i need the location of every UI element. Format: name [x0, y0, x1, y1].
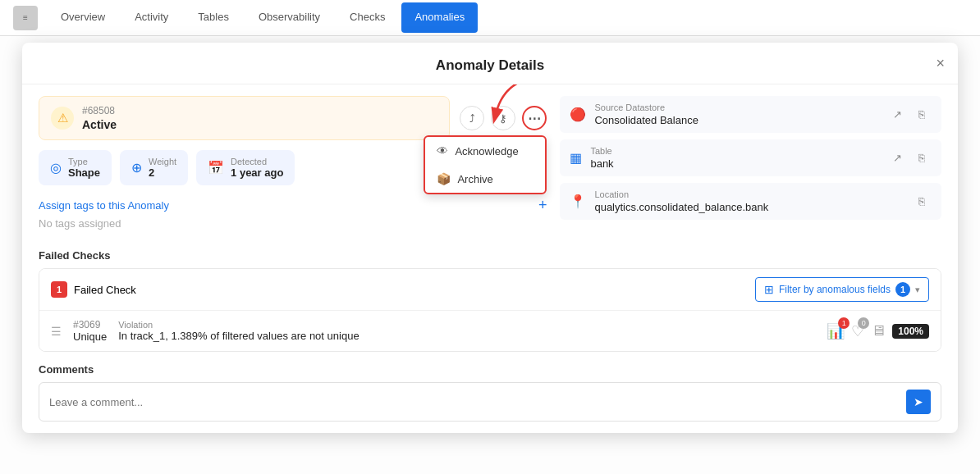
datastore-copy-btn[interactable]: ⎘	[912, 105, 932, 125]
modal-close-button[interactable]: ×	[936, 55, 945, 72]
comments-section: Comments ➤	[39, 363, 941, 422]
share-icon: ⤴	[469, 112, 475, 125]
failed-checks-header: 1 Failed Check ⊞ Filter by anomalous fie…	[39, 269, 941, 311]
archive-menu-item[interactable]: 📦 Archive	[425, 165, 545, 193]
score-badge: 100%	[892, 324, 929, 339]
top-nav: ≡ Overview Activity Tables Observability…	[0, 0, 980, 36]
archive-label: Archive	[457, 173, 492, 185]
violation-text: In track_1, 1.389% of filtered values ar…	[118, 330, 815, 342]
modal-title: Anomaly Details	[436, 57, 544, 73]
eye-icon: 👁	[437, 144, 448, 157]
table-value: bank	[590, 157, 879, 170]
warning-icon: ⚠	[51, 107, 74, 130]
more-options-button[interactable]: ⋯	[522, 106, 547, 130]
type-icon: ◎	[50, 160, 62, 175]
nav-anomalies[interactable]: Anomalies	[401, 2, 478, 33]
share-button[interactable]: ⤴	[460, 106, 484, 130]
more-icon: ⋯	[528, 111, 541, 126]
table-copy-btn[interactable]: ⎘	[912, 148, 932, 168]
location-actions: ⎘	[912, 192, 932, 212]
table-icon: ▦	[570, 150, 582, 166]
table-actions: ↗ ⎘	[887, 148, 932, 168]
send-icon: ➤	[914, 395, 923, 408]
failed-check-label: Failed Check	[74, 284, 136, 296]
comment-send-button[interactable]: ➤	[906, 390, 931, 414]
tags-empty-label: No tags assigned	[39, 217, 547, 230]
datastore-value: Consolidated Balance	[594, 114, 879, 126]
action-buttons: ⤴ ⚷ ⋯ 👁	[460, 106, 547, 130]
check-id: #3069	[73, 319, 107, 330]
failed-checks-table: 1 Failed Check ⊞ Filter by anomalous fie…	[39, 268, 941, 352]
datastore-icon: 🔴	[570, 107, 586, 122]
location-icon: 📍	[570, 194, 586, 209]
type-value: Shape	[68, 166, 100, 179]
key-icon: ⚷	[499, 112, 507, 125]
weight-label: Weight	[149, 157, 176, 166]
table-label: Table	[590, 146, 879, 156]
filter-chevron-icon: ▾	[915, 285, 920, 295]
right-info: 🔴 Source Datastore Consolidated Balance …	[560, 96, 941, 239]
alert-count-badge: 1	[838, 317, 849, 329]
assign-tags-link[interactable]: Assign tags to this Anomaly	[39, 199, 169, 212]
modal-overlay: Anomaly Details × ⚠ #68508	[0, 36, 980, 474]
comments-title: Comments	[39, 363, 941, 376]
location-value: qualytics.consolidated_balance.bank	[594, 201, 904, 213]
acknowledge-menu-item[interactable]: 👁 Acknowledge	[425, 137, 545, 165]
filter-by-anomalous-button[interactable]: ⊞ Filter by anomalous fields 1 ▾	[755, 277, 929, 302]
metric-weight: ⊕ Weight 2	[120, 150, 188, 185]
left-section: ⚠ #68508 Active ⤴	[39, 96, 547, 239]
datastore-external-link[interactable]: ↗	[887, 105, 907, 125]
weight-value: 2	[149, 166, 176, 179]
failed-check-count: 1	[51, 281, 67, 298]
dropdown-menu: 👁 Acknowledge 📦 Archive	[424, 135, 547, 194]
detected-icon: 📅	[208, 160, 224, 175]
anomaly-details-modal: Anomaly Details × ⚠ #68508	[22, 43, 958, 433]
add-tag-button[interactable]: +	[538, 197, 547, 214]
check-row-actions: 📊 1 ♡ 0 🖥 100%	[827, 322, 929, 340]
check-heart-wrapper: ♡ 0	[851, 322, 864, 340]
app-logo: ≡	[13, 6, 38, 30]
check-bars-wrapper: 📊 1	[827, 322, 845, 340]
datastore-actions: ↗ ⎘	[887, 105, 932, 125]
failed-checks-title: Failed Checks	[39, 249, 941, 262]
tags-header: Assign tags to this Anomaly +	[39, 197, 547, 214]
location-copy-btn[interactable]: ⎘	[912, 192, 932, 212]
archive-icon: 📦	[437, 172, 451, 185]
comment-input[interactable]	[49, 396, 900, 408]
nav-activity[interactable]: Activity	[121, 2, 181, 33]
anomaly-id-number: #68508	[82, 105, 437, 116]
violation-label: Violation	[118, 320, 815, 330]
nav-overview[interactable]: Overview	[48, 2, 118, 33]
check-id-name: #3069 Unique	[73, 319, 107, 343]
nav-observability[interactable]: Observability	[245, 2, 333, 33]
acknowledge-label: Acknowledge	[455, 145, 518, 157]
check-row-icon: ☰	[51, 325, 62, 338]
key-button[interactable]: ⚷	[491, 106, 515, 130]
filter-label: Filter by anomalous fields	[779, 284, 891, 295]
metric-detected: 📅 Detected 1 year ago	[196, 150, 295, 185]
type-label: Type	[68, 157, 100, 166]
nav-tables[interactable]: Tables	[185, 2, 242, 33]
detected-label: Detected	[231, 157, 283, 166]
metric-type: ◎ Type Shape	[39, 150, 112, 185]
anomaly-id-box: ⚠ #68508 Active	[39, 96, 450, 140]
anomaly-status: Active	[82, 118, 437, 131]
detected-value: 1 year ago	[231, 166, 283, 179]
monitor-icon[interactable]: 🖥	[871, 322, 886, 340]
modal-body: ⚠ #68508 Active ⤴	[22, 84, 958, 433]
failed-check-badge: 1 Failed Check	[51, 281, 136, 298]
location-label: Location	[594, 189, 904, 199]
filter-count-badge: 1	[895, 282, 910, 297]
heart-count-badge: 0	[858, 317, 869, 329]
check-violation: Violation In track_1, 1.389% of filtered…	[118, 320, 815, 342]
weight-icon: ⊕	[131, 160, 142, 175]
modal-header: Anomaly Details ×	[22, 43, 958, 84]
tags-section: Assign tags to this Anomaly + No tags as…	[39, 197, 547, 230]
table-external-link[interactable]: ↗	[887, 148, 907, 168]
source-datastore-card: 🔴 Source Datastore Consolidated Balance …	[560, 96, 941, 133]
nav-checks[interactable]: Checks	[337, 2, 398, 33]
table-row: ☰ #3069 Unique Violation In track_1, 1.3…	[39, 311, 941, 351]
filter-icon: ⊞	[764, 283, 774, 296]
datastore-label: Source Datastore	[594, 103, 879, 112]
anomaly-id-info: #68508 Active	[82, 105, 437, 131]
